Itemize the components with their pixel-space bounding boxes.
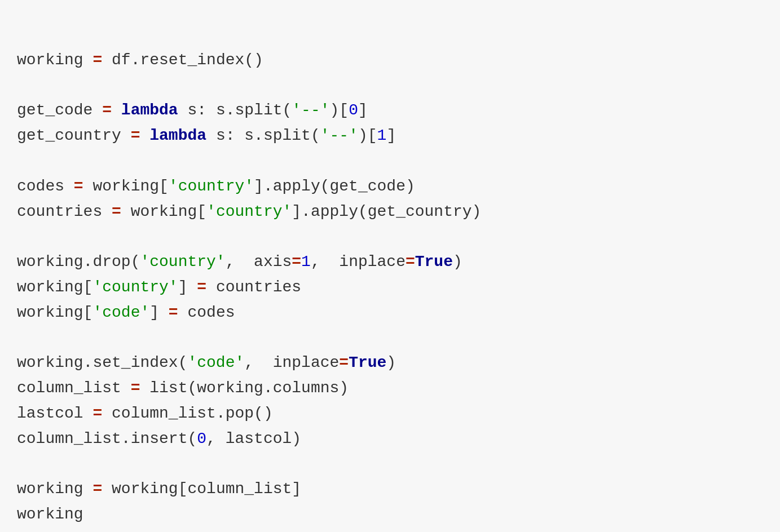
code-token-normal: working [17,480,83,498]
code-line: column_list = list(working.columns) [17,376,763,401]
code-token-op: = [159,304,187,321]
code-token-normal: , inplace [311,253,406,271]
code-token-normal: ] [178,278,188,296]
code-token-normal: working[ [17,304,92,321]
code-token-str: '--' [320,127,358,144]
code-line [17,326,763,351]
code-token-normal: working.drop( [17,253,140,271]
code-token-str: 'code' [187,354,244,371]
code-token-normal: codes [187,304,235,321]
code-token-normal: column_list.pop() [112,405,273,422]
code-line [17,149,763,174]
code-line [17,73,763,99]
code-token-normal: working[column_list] [112,480,301,498]
code-token-normal: column_list.insert( [17,430,197,447]
code-token-normal: working [17,51,83,69]
code-token-normal: lastcol [17,405,83,422]
code-token-normal: , lastcol) [206,430,301,447]
code-token-normal: df.reset_index() [112,51,263,69]
code-line: working['code'] = codes [17,300,763,326]
code-token-op: = [339,354,349,371]
code-token-str: 'code' [92,304,149,321]
code-token-normal: countries [17,203,102,220]
code-token-normal: column_list [17,379,121,397]
code-token-normal: ) [386,354,396,371]
code-line: countries = working['country'].apply(get… [17,200,763,225]
code-line [17,224,763,250]
code-token-kw: lambda [121,101,178,119]
code-token-normal: ) [453,253,462,271]
code-line: working [17,502,763,527]
code-line: lastcol = column_list.pop() [17,401,763,427]
code-token-op: = [406,253,415,271]
code-token-str: 'country' [140,253,225,271]
code-line [17,452,763,477]
code-token-num: 0 [349,101,358,119]
code-token-normal: )[ [358,127,377,144]
code-token-normal: working[ [92,178,168,195]
code-token-op: = [64,178,92,195]
code-token-normal: get_code [17,101,92,119]
code-token-op: = [292,253,301,271]
code-token-str: '--' [292,101,329,119]
code-line: get_code = lambda s: s.split('--')[0] [17,98,763,123]
code-token-kw: True [349,354,386,371]
code-token-normal: ].apply(get_country) [292,203,481,220]
code-token-normal: , inplace [244,354,339,371]
code-token-kw: True [415,253,453,271]
code-token-normal: get_country [17,127,121,144]
code-line: get_country = lambda s: s.split('--')[1] [17,123,763,149]
code-token-str: 'country' [169,178,254,195]
code-line: working = df.reset_index() [17,48,763,73]
code-token-op: = [102,203,130,220]
code-line: working = working[column_list] [17,477,763,502]
code-token-str: 'country' [92,278,178,296]
code-line: working['country'] = countries [17,275,763,300]
code-token-normal: ] [386,127,396,144]
code-token-num: 1 [301,253,311,271]
code-token-op: = [83,480,112,498]
code-token-num: 0 [197,430,206,447]
code-token-op: = [83,51,112,69]
code-token-op: = [92,101,121,119]
code-token-normal: s: s.split( [178,101,292,119]
code-token-normal: working [17,506,83,523]
code-token-normal: working[ [131,203,206,220]
code-token-kw: lambda [149,127,206,144]
code-token-op: = [121,379,149,397]
code-token-normal: ] [358,101,368,119]
code-token-num: 1 [377,127,387,144]
code-token-normal: ].apply(get_code) [254,178,415,195]
code-token-normal: list(working.columns) [149,379,349,397]
code-token-normal: )[ [330,101,349,119]
code-token-str: 'country' [206,203,292,220]
code-line: column_list.insert(0, lastcol) [17,427,763,452]
code-line: codes = working['country'].apply(get_cod… [17,174,763,200]
code-line: working.set_index('code', inplace=True) [17,351,763,376]
code-token-op: = [187,278,215,296]
code-token-normal: countries [216,278,301,296]
code-block: working = df.reset_index() get_code = la… [17,23,763,527]
code-token-normal: ] [149,304,159,321]
code-token-normal: working[ [17,278,92,296]
code-token-normal: , axis [226,253,292,271]
code-token-normal: s: s.split( [206,127,320,144]
code-token-normal: codes [17,178,64,195]
code-line: working.drop('country', axis=1, inplace=… [17,250,763,275]
code-token-op: = [83,405,112,422]
code-token-op: = [121,127,149,144]
code-token-normal: working.set_index( [17,354,187,371]
